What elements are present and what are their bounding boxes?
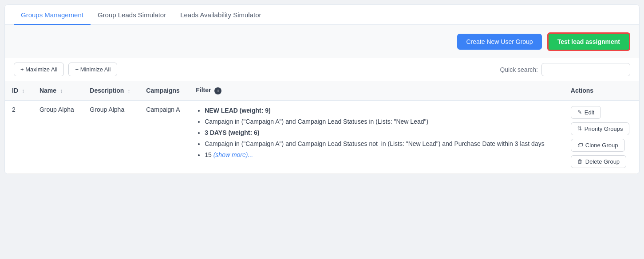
filter-item: 15 (show more)...	[205, 150, 557, 160]
create-new-user-group-button[interactable]: Create New User Group	[457, 34, 541, 50]
minimize-all-button[interactable]: − Minimize All	[68, 63, 117, 76]
tab-groups-management[interactable]: Groups Management	[14, 5, 91, 25]
sort-icon-id[interactable]: ↕	[22, 88, 24, 94]
filter-info-icon: i	[214, 87, 221, 94]
controls-right: Quick search:	[500, 63, 630, 76]
cell-name: Group Alpha	[32, 100, 83, 174]
filter-item: 3 DAYS (weight: 6)	[205, 128, 557, 137]
priority-groups-icon: ⇅	[577, 126, 582, 132]
filter-item: Campaign in ("Campaign A") and Campaign …	[205, 139, 557, 149]
controls-row: + Maximize All − Minimize All Quick sear…	[5, 58, 639, 81]
maximize-all-button[interactable]: + Maximize All	[14, 63, 64, 76]
edit-button[interactable]: ✎Edit	[571, 106, 601, 119]
show-more-link[interactable]: (show more)...	[213, 151, 253, 158]
tab-leads-availability-simulator[interactable]: Leads Availability Simulator	[173, 5, 268, 25]
col-header-filter: Filter i	[189, 81, 564, 100]
filter-item: Campaign in ("Campaign A") and Campaign …	[205, 117, 557, 126]
cell-campaigns: Campaign A	[139, 100, 189, 174]
cell-actions: ✎Edit⇅Priority Groups🏷Clone Group🗑Delete…	[564, 100, 639, 174]
delete-group-label: Delete Group	[585, 158, 620, 165]
search-input[interactable]	[541, 63, 630, 76]
controls-left: + Maximize All − Minimize All	[14, 63, 117, 76]
test-lead-assignment-button[interactable]: Test lead assignment	[547, 32, 630, 51]
priority-groups-button[interactable]: ⇅Priority Groups	[571, 122, 630, 135]
col-header-campaigns: Campaigns	[139, 81, 189, 100]
cell-description: Group Alpha	[83, 100, 139, 174]
edit-label: Edit	[585, 109, 594, 116]
col-header-id: ID ↕	[5, 81, 32, 100]
table-container: ID ↕ Name ↕ Description ↕ Campaigns	[5, 81, 639, 174]
tab-group-leads-simulator[interactable]: Group Leads Simulator	[91, 5, 173, 25]
col-header-description: Description ↕	[83, 81, 139, 100]
col-header-actions: Actions	[564, 81, 639, 100]
delete-group-icon: 🗑	[577, 158, 583, 165]
table-header-row: ID ↕ Name ↕ Description ↕ Campaigns	[5, 81, 639, 100]
col-header-name: Name ↕	[32, 81, 83, 100]
tabs-row: Groups Management Group Leads Simulator …	[5, 5, 639, 25]
sort-icon-description[interactable]: ↕	[127, 88, 130, 94]
groups-table: ID ↕ Name ↕ Description ↕ Campaigns	[5, 81, 639, 174]
table-row: 2Group AlphaGroup AlphaCampaign ANEW LEA…	[5, 100, 639, 174]
search-label: Quick search:	[500, 66, 538, 73]
priority-groups-label: Priority Groups	[585, 126, 623, 132]
cell-id: 2	[5, 100, 32, 174]
sort-icon-name[interactable]: ↕	[60, 88, 63, 94]
cell-filter: NEW LEAD (weight: 9)Campaign in ("Campai…	[189, 100, 564, 174]
toolbar: Create New User Group Test lead assignme…	[5, 25, 639, 58]
page-wrapper: Groups Management Group Leads Simulator …	[4, 4, 640, 174]
filter-item: NEW LEAD (weight: 9)	[205, 106, 557, 115]
clone-group-label: Clone Group	[585, 142, 618, 149]
clone-group-button[interactable]: 🏷Clone Group	[571, 139, 625, 152]
edit-icon: ✎	[577, 109, 582, 115]
clone-group-icon: 🏷	[577, 142, 583, 148]
delete-group-button[interactable]: 🗑Delete Group	[571, 155, 626, 168]
